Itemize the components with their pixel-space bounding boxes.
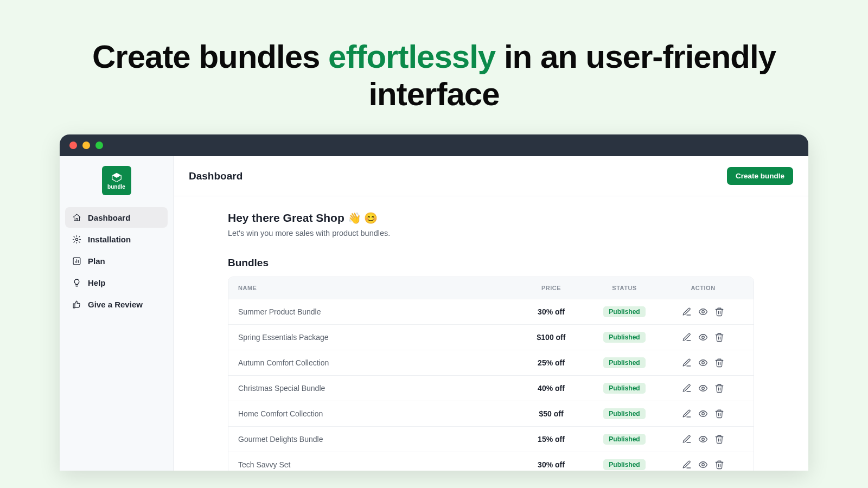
table-row: Christmas Special Bundle40% offPublished bbox=[228, 375, 754, 401]
bundle-status: Published bbox=[586, 408, 662, 419]
bundle-name: Home Comfort Collection bbox=[238, 409, 516, 418]
sidebar-item-label: Help bbox=[88, 278, 106, 287]
view-icon[interactable] bbox=[698, 434, 708, 444]
home-icon bbox=[72, 213, 81, 222]
main-area: Dashboard Create bundle Hey there Great … bbox=[174, 156, 808, 471]
bulb-icon bbox=[72, 278, 81, 287]
edit-icon[interactable] bbox=[682, 332, 692, 342]
svg-point-0 bbox=[75, 238, 78, 240]
create-bundle-button[interactable]: Create bundle bbox=[727, 167, 793, 185]
view-icon[interactable] bbox=[698, 383, 708, 393]
table-row: Autumn Comfort Collection25% offPublishe… bbox=[228, 350, 754, 375]
edit-icon[interactable] bbox=[682, 409, 692, 419]
bundle-actions bbox=[662, 383, 744, 393]
table-row: Spring Essentials Package$100 offPublish… bbox=[228, 324, 754, 350]
bundle-price: $50 off bbox=[516, 409, 586, 418]
col-name: NAME bbox=[238, 285, 516, 291]
bundle-price: 30% off bbox=[516, 307, 586, 316]
svg-point-3 bbox=[702, 336, 705, 339]
box-icon bbox=[110, 171, 124, 183]
chart-icon bbox=[72, 256, 81, 266]
app-window: bundle DashboardInstallationPlanHelpGive… bbox=[60, 134, 808, 471]
svg-point-5 bbox=[702, 387, 705, 390]
col-status: STATUS bbox=[586, 285, 662, 291]
delete-icon[interactable] bbox=[714, 383, 724, 393]
status-badge: Published bbox=[603, 332, 645, 343]
bundle-name: Spring Essentials Package bbox=[238, 333, 516, 342]
table-row: Home Comfort Collection$50 offPublished bbox=[228, 401, 754, 426]
view-icon[interactable] bbox=[698, 307, 708, 317]
gear-icon bbox=[72, 234, 81, 244]
bundle-actions bbox=[662, 307, 744, 317]
bundle-name: Autumn Comfort Collection bbox=[238, 358, 516, 367]
bundle-status: Published bbox=[586, 383, 662, 394]
bundle-actions bbox=[662, 434, 744, 444]
sidebar-item-label: Give a Review bbox=[88, 300, 143, 309]
edit-icon[interactable] bbox=[682, 460, 692, 470]
bundle-name: Christmas Special Bundle bbox=[238, 384, 516, 393]
view-icon[interactable] bbox=[698, 409, 708, 419]
table-header: NAME PRICE STATUS ACTION bbox=[228, 277, 754, 299]
sidebar-item-installation[interactable]: Installation bbox=[65, 229, 168, 249]
table-row: Summer Product Bundle30% offPublished bbox=[228, 299, 754, 324]
delete-icon[interactable] bbox=[714, 434, 724, 444]
sidebar: bundle DashboardInstallationPlanHelpGive… bbox=[60, 156, 174, 471]
hero-text-before: Create bundles bbox=[92, 38, 328, 75]
bundle-status: Published bbox=[586, 332, 662, 343]
svg-point-2 bbox=[702, 311, 705, 313]
status-badge: Published bbox=[603, 357, 645, 368]
window-titlebar bbox=[60, 134, 808, 156]
bundle-price: $100 off bbox=[516, 333, 586, 342]
bundle-status: Published bbox=[586, 434, 662, 445]
edit-icon[interactable] bbox=[682, 383, 692, 393]
delete-icon[interactable] bbox=[714, 332, 724, 342]
svg-point-7 bbox=[702, 438, 705, 441]
view-icon[interactable] bbox=[698, 460, 708, 470]
bundle-actions bbox=[662, 332, 744, 342]
view-icon[interactable] bbox=[698, 358, 708, 368]
bundle-price: 15% off bbox=[516, 435, 586, 444]
bundle-name: Tech Savvy Set bbox=[238, 460, 516, 469]
sidebar-item-label: Dashboard bbox=[88, 213, 130, 222]
delete-icon[interactable] bbox=[714, 409, 724, 419]
svg-point-6 bbox=[702, 413, 705, 415]
bundle-price: 25% off bbox=[516, 358, 586, 367]
delete-icon[interactable] bbox=[714, 358, 724, 368]
edit-icon[interactable] bbox=[682, 358, 692, 368]
window-zoom-dot[interactable] bbox=[95, 142, 103, 149]
greeting-text: Hey there Great Shop bbox=[228, 211, 344, 224]
sidebar-item-label: Installation bbox=[88, 235, 131, 244]
sidebar-item-help[interactable]: Help bbox=[65, 272, 168, 293]
status-badge: Published bbox=[603, 306, 645, 317]
app-logo: bundle bbox=[102, 166, 131, 195]
bundle-actions bbox=[662, 409, 744, 419]
window-minimize-dot[interactable] bbox=[82, 142, 90, 149]
app-logo-text: bundle bbox=[107, 184, 125, 190]
sidebar-item-give-a-review[interactable]: Give a Review bbox=[65, 294, 168, 314]
edit-icon[interactable] bbox=[682, 434, 692, 444]
bundle-status: Published bbox=[586, 357, 662, 368]
greeting-subtitle: Let's win you more sales with product bu… bbox=[228, 229, 754, 237]
delete-icon[interactable] bbox=[714, 307, 724, 317]
status-badge: Published bbox=[603, 434, 645, 445]
svg-point-4 bbox=[702, 362, 705, 364]
col-price: PRICE bbox=[516, 285, 586, 291]
bundle-name: Summer Product Bundle bbox=[238, 307, 516, 316]
col-action: ACTION bbox=[662, 285, 744, 291]
table-row: Gourmet Delights Bundle15% offPublished bbox=[228, 426, 754, 452]
thumbs-up-icon bbox=[72, 299, 81, 309]
page-title: Dashboard bbox=[189, 170, 242, 182]
hero-headline: Create bundles effortlessly in an user-f… bbox=[0, 0, 868, 134]
table-row: Tech Savvy Set30% offPublished bbox=[228, 452, 754, 471]
sidebar-item-plan[interactable]: Plan bbox=[65, 251, 168, 271]
bundle-actions bbox=[662, 358, 744, 368]
view-icon[interactable] bbox=[698, 332, 708, 342]
delete-icon[interactable] bbox=[714, 460, 724, 470]
window-close-dot[interactable] bbox=[69, 142, 77, 149]
status-badge: Published bbox=[603, 383, 645, 394]
sidebar-item-dashboard[interactable]: Dashboard bbox=[65, 207, 168, 228]
bundle-price: 30% off bbox=[516, 460, 586, 469]
bundle-status: Published bbox=[586, 459, 662, 470]
section-title: Bundles bbox=[228, 257, 754, 269]
edit-icon[interactable] bbox=[682, 307, 692, 317]
